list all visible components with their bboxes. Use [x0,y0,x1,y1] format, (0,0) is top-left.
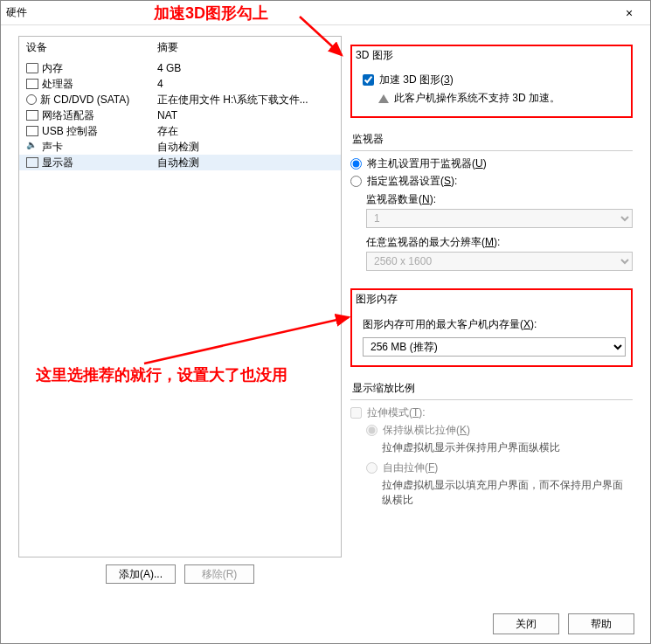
device-name: 新 CD/DVD (SATA) [40,93,129,107]
vram-label: 图形内存可用的最大客户机内存量(X): [363,317,626,332]
free-stretch-hint: 拉伸虚拟机显示以填充用户界面，而不保持用户界面纵横比 [382,478,633,508]
specify-monitor-radio[interactable] [350,176,362,187]
warning-text: 此客户机操作系统不支持 3D 加速。 [394,91,560,106]
use-host-settings-label: 将主机设置用于监视器(U) [367,156,487,171]
hardware-settings-window: 硬件 × 加速3D图形勾上 这里选推荐的就行，设置大了也没用 设备 摘要 内存 … [0,0,651,644]
left-column: 设备 摘要 内存 4 GB 处理器 4 新 CD/DVD (SATA) 正在使用… [18,36,342,591]
remove-button: 移除(R) [184,564,254,584]
group-title-monitors: 监视器 [350,132,633,147]
group-graphics-memory: 图形内存 图形内存可用的最大客户机内存量(X): 256 MB (推荐) [350,288,633,367]
device-row-network[interactable]: 网络适配器 NAT [19,107,341,123]
device-summary: 正在使用文件 H:\系统下载文件... [157,93,334,107]
group-title-scaling: 显示缩放比例 [350,381,633,396]
use-host-settings-radio[interactable] [350,158,362,170]
max-resolution-label: 任意监视器的最大分辨率(M): [366,235,633,250]
device-name: USB 控制器 [42,124,98,139]
device-name: 内存 [42,61,63,76]
add-remove-bar: 添加(A)... 移除(R) [18,557,342,591]
close-icon[interactable]: × [613,3,645,24]
monitor-count-select: 1 [366,209,633,228]
accelerate-3d-checkbox[interactable] [363,74,374,86]
group-monitors: 监视器 将主机设置用于监视器(U) 指定监视器设置(S): 监视器数量(N): … [350,132,633,276]
device-name: 声卡 [42,140,63,155]
monitor-count-label: 监视器数量(N): [366,192,633,207]
keep-aspect-radio [366,425,377,436]
memory-icon [26,63,38,73]
device-name: 显示器 [42,156,73,170]
group-3d-graphics: 3D 图形 加速 3D 图形(3) 此客户机操作系统不支持 3D 加速。 [350,45,633,118]
add-button[interactable]: 添加(A)... [106,564,176,584]
group-title-vram: 图形内存 [354,292,629,307]
device-row-usb[interactable]: USB 控制器 存在 [19,123,341,139]
device-row-display[interactable]: 显示器 自动检测 [19,155,341,170]
display-icon [26,157,38,168]
accelerate-3d-label: 加速 3D 图形(3) [379,73,454,87]
device-name: 网络适配器 [42,108,94,123]
device-table-header: 设备 摘要 [19,37,341,60]
help-button[interactable]: 帮助 [568,613,634,634]
content-area: 设备 摘要 内存 4 GB 处理器 4 新 CD/DVD (SATA) 正在使用… [18,36,633,591]
device-row-sound[interactable]: 声卡 自动检测 [19,139,341,155]
header-summary: 摘要 [157,40,334,55]
stretch-mode-checkbox [350,407,362,419]
free-stretch-label: 自由拉伸(F) [383,460,438,475]
right-column: 3D 图形 加速 3D 图形(3) 此客户机操作系统不支持 3D 加速。 监视器 [350,36,633,591]
network-icon [26,110,38,121]
cpu-icon [26,79,38,89]
device-table: 设备 摘要 内存 4 GB 处理器 4 新 CD/DVD (SATA) 正在使用… [18,36,342,557]
cd-icon [26,94,37,105]
group-display-scaling: 显示缩放比例 拉伸模式(T): 保持纵横比拉伸(K) 拉伸虚拟机显示并保持用户界… [350,381,633,512]
dialog-button-bar: 关闭 帮助 [493,613,634,634]
close-button[interactable]: 关闭 [493,613,559,634]
device-row-cpu[interactable]: 处理器 4 [19,76,341,92]
usb-icon [26,126,38,136]
group-title-3d: 3D 图形 [354,48,629,63]
keep-aspect-label: 保持纵横比拉伸(K) [383,423,470,438]
stretch-mode-label: 拉伸模式(T): [367,405,426,420]
sound-icon [26,142,38,152]
vram-select[interactable]: 256 MB (推荐) [363,337,626,357]
device-summary: 4 [157,78,334,90]
window-title: 硬件 [6,5,613,20]
titlebar: 硬件 × [1,1,650,25]
device-summary: 自动检测 [157,140,334,155]
device-summary: 4 GB [157,62,334,74]
header-device: 设备 [26,40,157,55]
keep-aspect-hint: 拉伸虚拟机显示并保持用户界面纵横比 [382,440,633,455]
max-resolution-select: 2560 x 1600 [366,252,633,271]
warning-icon [378,94,389,103]
device-name: 处理器 [42,77,73,92]
device-summary: 自动检测 [157,156,334,170]
device-row-memory[interactable]: 内存 4 GB [19,60,341,76]
specify-monitor-label: 指定监视器设置(S): [367,174,457,189]
device-row-cddvd[interactable]: 新 CD/DVD (SATA) 正在使用文件 H:\系统下载文件... [19,92,341,107]
device-summary: NAT [157,109,334,121]
free-stretch-radio [366,462,377,474]
device-summary: 存在 [157,124,334,139]
